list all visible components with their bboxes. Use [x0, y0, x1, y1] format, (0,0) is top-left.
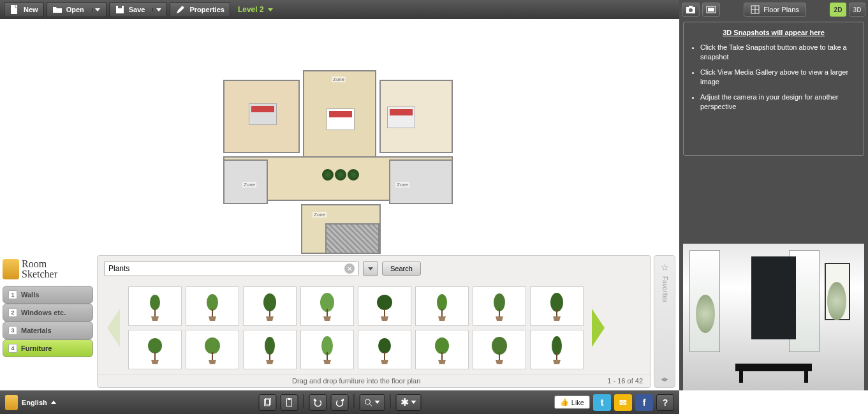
- plant-icon: [257, 334, 283, 365]
- plant-sansevieria[interactable]: [415, 330, 469, 369]
- language-selector[interactable]: English: [5, 395, 56, 410]
- plant-icon: [200, 334, 225, 365]
- gallery-button[interactable]: [702, 3, 720, 17]
- favorites-pager[interactable]: ◂▸: [661, 374, 668, 383]
- save-dropdown[interactable]: [152, 8, 161, 11]
- help-button[interactable]: ?: [656, 394, 674, 411]
- plant-small-palm[interactable]: [300, 286, 354, 326]
- zone-label: Zone: [332, 77, 346, 82]
- redo-button[interactable]: [330, 394, 348, 411]
- facebook-button[interactable]: f: [635, 394, 653, 411]
- floor-plans-label: Floor Plans: [763, 6, 799, 13]
- svg-rect-0: [11, 5, 17, 14]
- file-icon: [10, 4, 20, 15]
- prev-page-arrow[interactable]: [104, 306, 123, 350]
- plant-fiddle[interactable]: [300, 330, 354, 369]
- star-icon: ☆: [661, 262, 669, 272]
- properties-button[interactable]: Properties: [170, 2, 230, 17]
- category-label: Furniture: [21, 344, 52, 352]
- plant-icon: [372, 291, 397, 322]
- floor-label: Level 2: [238, 5, 264, 14]
- svg-rect-2: [118, 6, 122, 8]
- save-button[interactable]: Save: [109, 2, 168, 17]
- paste-button[interactable]: [280, 394, 298, 411]
- search-input[interactable]: [108, 264, 344, 273]
- plant-tulips-yellow[interactable]: [128, 286, 182, 326]
- twitter-button[interactable]: t: [593, 394, 611, 411]
- email-button[interactable]: ✉: [614, 394, 632, 411]
- undo-button[interactable]: [309, 394, 327, 411]
- open-button[interactable]: Open: [47, 2, 107, 17]
- plant-dracaena-wide[interactable]: [243, 330, 297, 369]
- settings-button[interactable]: ✱: [395, 394, 421, 411]
- svg-point-4: [689, 8, 693, 12]
- view-2d-button[interactable]: 2D: [830, 3, 846, 17]
- category-furniture[interactable]: 4Furniture: [3, 339, 93, 357]
- category-windows-etc-[interactable]: 2Windows etc.: [3, 304, 93, 322]
- svg-point-21: [205, 337, 220, 354]
- plant-icon: [257, 291, 283, 322]
- floor-plans-button[interactable]: Floor Plans: [744, 3, 806, 17]
- search-category-dropdown[interactable]: [363, 261, 378, 276]
- snapshot-help-box: 3D Snapshots will appear here Click the …: [683, 22, 864, 156]
- plant-icon: [429, 291, 455, 322]
- plant-round-topiary[interactable]: [358, 330, 411, 369]
- plant-orchid-branch[interactable]: [243, 286, 297, 326]
- svg-point-33: [365, 399, 371, 404]
- svg-point-16: [377, 295, 392, 310]
- thumbnail-grid: [128, 286, 584, 369]
- favorites-bar[interactable]: ☆ Favorites ◂▸: [654, 255, 675, 388]
- plant-dracaena[interactable]: [415, 286, 469, 326]
- zone-label: Zone: [395, 182, 409, 188]
- plant-reeds[interactable]: [530, 330, 584, 369]
- category-materials[interactable]: 3Materials: [3, 322, 93, 339]
- zoom-button[interactable]: [359, 394, 385, 411]
- floorplan[interactable]: Zone Zone Zone Zone: [223, 45, 462, 258]
- plant-icon: [142, 334, 168, 365]
- like-button[interactable]: 👍 Like: [554, 396, 590, 409]
- category-number: 3: [8, 326, 17, 335]
- properties-label: Properties: [189, 6, 224, 13]
- category-walls[interactable]: 1Walls: [3, 286, 93, 304]
- open-dropdown[interactable]: [92, 8, 101, 11]
- copy-button[interactable]: [258, 394, 276, 411]
- placed-plants[interactable]: [322, 169, 359, 181]
- pencil-icon: [175, 4, 186, 15]
- folder-icon: [52, 4, 63, 15]
- like-label: Like: [571, 399, 584, 406]
- clear-search-button[interactable]: ✕: [344, 263, 355, 274]
- plant-grass-tall[interactable]: [530, 286, 584, 326]
- plant-icon: [372, 334, 397, 365]
- svg-marker-11: [107, 309, 120, 347]
- snapshot-title: 3D Snapshots will appear here: [691, 29, 856, 36]
- floorplan-icon: [751, 5, 760, 14]
- category-number: 4: [8, 344, 17, 353]
- chevron-up-icon: [51, 401, 56, 404]
- view-3d-button[interactable]: 3D: [849, 3, 865, 17]
- bottom-panel: RoomSketcher 1Walls2Windows etc.3Materia…: [0, 253, 679, 390]
- plant-yucca[interactable]: [186, 330, 239, 369]
- disk-icon: [115, 4, 125, 15]
- svg-rect-7: [708, 8, 714, 11]
- search-button[interactable]: Search: [382, 262, 421, 276]
- svg-point-13: [207, 294, 218, 311]
- right-panel: Floor Plans 2D 3D 3D Snapshots will appe…: [679, 0, 868, 390]
- chevron-down-icon: [268, 8, 273, 11]
- next-page-arrow[interactable]: [589, 306, 608, 350]
- plant-fern-wide[interactable]: [473, 330, 526, 369]
- plant-tulips-pot[interactable]: [128, 330, 182, 369]
- search-input-wrapper: ✕: [104, 261, 359, 276]
- logo: RoomSketcher: [3, 255, 93, 283]
- snapshot-button[interactable]: [682, 3, 700, 17]
- thumbs-up-icon: 👍: [560, 398, 569, 406]
- plant-spiky-vase[interactable]: [186, 286, 239, 326]
- svg-rect-32: [288, 398, 290, 400]
- plant-ficus-tall[interactable]: [473, 286, 526, 326]
- plant-bouquet-white[interactable]: [358, 286, 411, 326]
- floor-selector[interactable]: Level 2: [233, 5, 278, 14]
- svg-point-24: [378, 338, 391, 353]
- tip-text: Adjust the camera in your design for ano…: [700, 92, 856, 112]
- new-button[interactable]: New: [4, 2, 44, 17]
- svg-point-26: [492, 337, 507, 355]
- svg-point-12: [150, 295, 160, 310]
